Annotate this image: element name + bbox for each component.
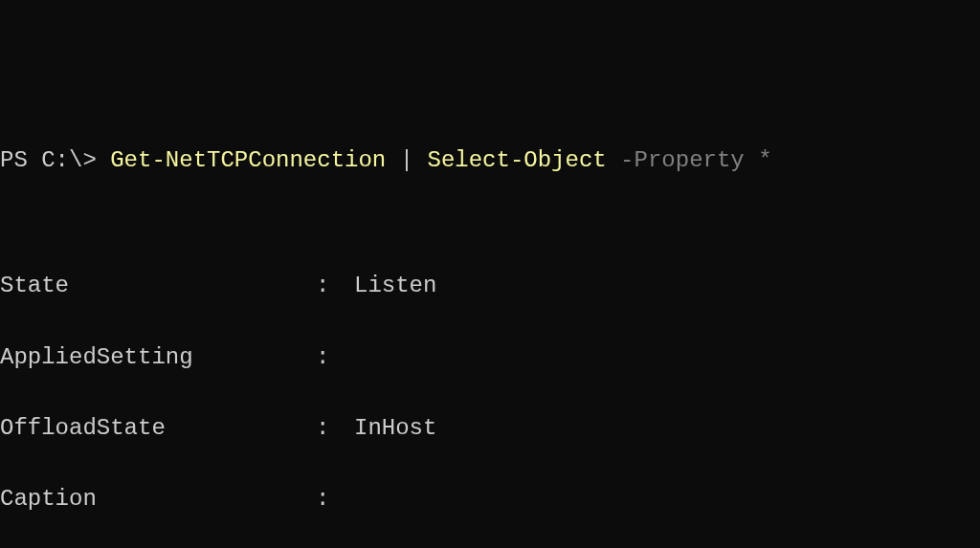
pipe-operator: | — [386, 147, 427, 173]
property-row: OffloadState: InHost — [0, 410, 980, 446]
param-property: -Property — [607, 147, 758, 173]
property-row: Caption: — [0, 481, 980, 516]
property-colon: : — [316, 268, 354, 303]
property-key: AppliedSetting — [0, 340, 316, 375]
property-row: AppliedSetting: — [0, 340, 980, 375]
command-output: State: Listen AppliedSetting: OffloadSta… — [0, 232, 980, 548]
property-row: State: Listen — [0, 268, 980, 303]
cmdlet-get-nettcpconnection: Get-NetTCPConnection — [110, 147, 386, 173]
property-key: Caption — [0, 481, 316, 516]
property-key: OffloadState — [0, 410, 316, 446]
property-key: State — [0, 268, 316, 303]
property-value: InHost — [354, 410, 436, 446]
property-colon: : — [316, 481, 354, 516]
cmdlet-select-object: Select-Object — [427, 147, 606, 173]
command-prompt-line[interactable]: PS C:\> Get-NetTCPConnection | Select-Ob… — [0, 142, 980, 178]
prompt-prefix: PS C:\> — [0, 147, 110, 173]
param-value-wildcard: * — [758, 147, 771, 173]
property-colon: : — [316, 410, 354, 446]
property-value: Listen — [354, 268, 436, 303]
property-colon: : — [316, 340, 354, 375]
